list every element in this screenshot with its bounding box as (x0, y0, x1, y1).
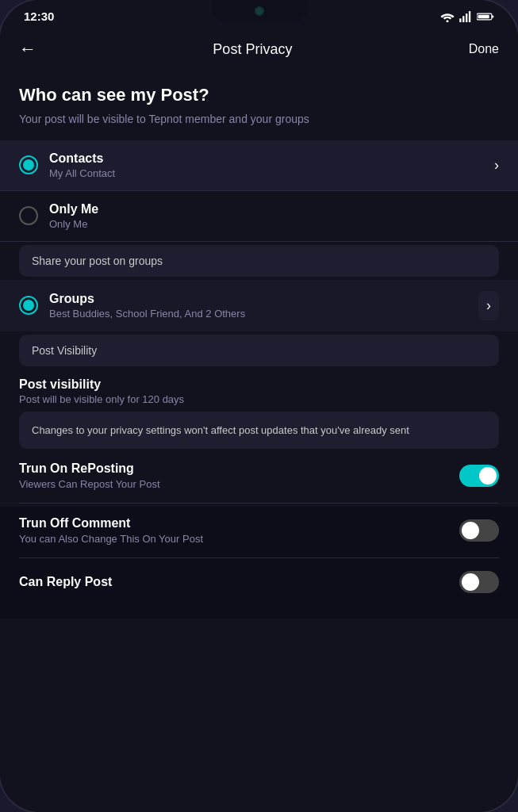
reply-post-toggle-thumb (462, 573, 479, 591)
wifi-icon (440, 11, 455, 22)
camera-dot (255, 6, 264, 16)
svg-rect-6 (492, 15, 493, 17)
page-title: Post Privacy (213, 41, 292, 58)
section-subtitle: Your post will be visible to Tepnot memb… (0, 109, 518, 140)
svg-rect-1 (459, 18, 461, 22)
post-visibility-row: Post visibility Post will be visible onl… (0, 370, 518, 408)
reposting-row: Trun On RePosting Viewers Can Repost You… (0, 452, 518, 500)
groups-radio (19, 296, 38, 315)
section-title: Who can see my Post? (0, 69, 518, 109)
svg-rect-2 (462, 16, 464, 22)
divider-1 (19, 503, 499, 504)
content-area: Who can see my Post? Your post will be v… (0, 69, 518, 802)
reply-post-info: Can Reply Post (19, 575, 112, 589)
comment-toggle[interactable] (459, 519, 499, 542)
done-button[interactable]: Done (469, 42, 499, 56)
svg-point-0 (447, 20, 449, 22)
notch (212, 0, 307, 22)
reply-post-row: Can Reply Post (0, 561, 518, 603)
app-header: ← Post Privacy Done (0, 29, 518, 69)
post-visibility-info: Post visibility Post will be visible onl… (19, 377, 499, 405)
svg-rect-4 (469, 11, 470, 22)
back-button[interactable]: ← (19, 39, 36, 59)
reposting-toggle-thumb (479, 467, 497, 485)
groups-label: Groups Best Buddies, School Friend, And … (49, 292, 478, 320)
status-time: 12:30 (24, 10, 54, 23)
phone-screen: 12:30 (0, 0, 518, 812)
reposting-toggle[interactable] (459, 465, 499, 487)
svg-rect-3 (466, 13, 467, 22)
comment-row: Trun Off Comment You can Also Change Thi… (0, 507, 518, 554)
contacts-label: Contacts My All Contact (49, 151, 494, 179)
svg-rect-7 (478, 14, 489, 18)
only-me-option[interactable]: Only Me Only Me (0, 191, 518, 242)
contacts-radio-inner (23, 159, 34, 170)
signal-icon (459, 11, 472, 22)
contacts-option[interactable]: Contacts My All Contact › (0, 140, 518, 191)
comment-toggle-thumb (462, 522, 479, 539)
contacts-chevron: › (494, 157, 499, 174)
reposting-info: Trun On RePosting Viewers Can Repost You… (19, 462, 160, 490)
phone-frame: 12:30 (0, 0, 518, 812)
status-icons (440, 11, 494, 22)
contacts-radio (19, 155, 38, 174)
groups-option[interactable]: Groups Best Buddies, School Friend, And … (0, 280, 518, 331)
only-me-label: Only Me Only Me (49, 202, 499, 230)
groups-chevron: › (478, 291, 499, 320)
groups-radio-inner (23, 300, 34, 311)
reply-post-toggle[interactable] (459, 571, 499, 593)
divider-2 (19, 557, 499, 558)
only-me-radio (19, 206, 38, 225)
post-visibility-label: Post Visibility (19, 335, 499, 366)
share-groups-label: Share your post on groups (19, 245, 499, 277)
privacy-note: Changes to your privacy settings won't a… (19, 412, 499, 450)
battery-icon (477, 11, 494, 22)
comment-info: Trun Off Comment You can Also Change Thi… (19, 516, 203, 545)
